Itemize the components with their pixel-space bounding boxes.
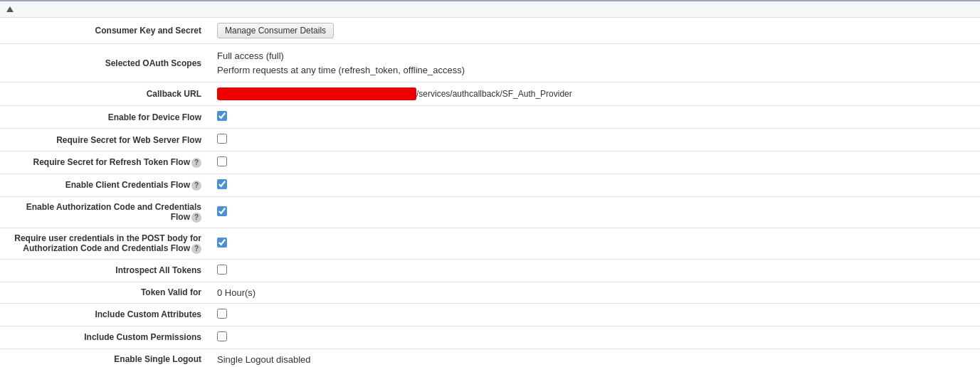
text-value-enable-single-logout: Single Logout disabled — [217, 354, 311, 365]
value-include-custom-permissions — [210, 326, 980, 349]
value-require-user-credentials — [210, 228, 980, 259]
label-enable-device-flow: Enable for Device Flow — [0, 106, 210, 129]
text-value-token-valid-for: 0 Hour(s) — [217, 287, 255, 298]
checkbox-enable-auth-code[interactable] — [217, 206, 227, 216]
manage-consumer-details-button[interactable]: Manage Consumer Details — [217, 23, 334, 38]
table-row: Enable Single LogoutSingle Logout disabl… — [0, 349, 980, 367]
label-introspect-all-tokens: Introspect All Tokens — [0, 259, 210, 282]
value-enable-device-flow — [210, 106, 980, 129]
section-header — [0, 0, 980, 18]
table-row: Require user credentials in the POST bod… — [0, 228, 980, 259]
help-icon[interactable]: ? — [191, 181, 201, 191]
value-require-secret-refresh-token — [210, 151, 980, 174]
url-redacted-block — [217, 87, 416, 100]
table-row: Enable Authorization Code and Credential… — [0, 197, 980, 228]
label-require-secret-web-server: Require Secret for Web Server Flow — [0, 129, 210, 151]
help-icon[interactable]: ? — [191, 244, 201, 254]
value-consumer-key-secret: Manage Consumer Details — [210, 18, 980, 44]
label-selected-oauth-scopes: Selected OAuth Scopes — [0, 44, 210, 83]
value-selected-oauth-scopes: Full access (full)Perform requests at an… — [210, 44, 980, 83]
table-row: Include Custom Attributes — [0, 303, 980, 326]
label-callback-url: Callback URL — [0, 83, 210, 106]
label-include-custom-attributes: Include Custom Attributes — [0, 303, 210, 326]
scope-line: Full access (full) — [217, 49, 973, 63]
help-icon[interactable]: ? — [191, 213, 201, 223]
checkbox-require-secret-web-server[interactable] — [217, 134, 227, 144]
label-enable-auth-code: Enable Authorization Code and Credential… — [0, 197, 210, 228]
value-callback-url: /services/authcallback/SF_Auth_Provider — [210, 83, 980, 106]
value-introspect-all-tokens — [210, 259, 980, 282]
table-row: Include Custom Permissions — [0, 326, 980, 349]
label-enable-client-credentials: Enable Client Credentials Flow? — [0, 174, 210, 197]
help-icon[interactable]: ? — [191, 158, 201, 168]
checkbox-require-secret-refresh-token[interactable] — [217, 156, 227, 166]
checkbox-require-user-credentials[interactable] — [217, 238, 227, 248]
collapse-triangle[interactable] — [6, 6, 14, 12]
settings-table: Consumer Key and SecretManage Consumer D… — [0, 18, 980, 367]
table-row: Introspect All Tokens — [0, 259, 980, 282]
value-token-valid-for: 0 Hour(s) — [210, 282, 980, 303]
scope-line: Perform requests at any time (refresh_to… — [217, 63, 973, 78]
label-enable-single-logout: Enable Single Logout — [0, 349, 210, 367]
table-row: Consumer Key and SecretManage Consumer D… — [0, 18, 980, 44]
table-row: Require Secret for Refresh Token Flow? — [0, 151, 980, 174]
table-row: Enable Client Credentials Flow? — [0, 174, 980, 197]
label-include-custom-permissions: Include Custom Permissions — [0, 326, 210, 349]
value-enable-client-credentials — [210, 174, 980, 197]
table-row: Selected OAuth ScopesFull access (full)P… — [0, 44, 980, 83]
value-require-secret-web-server — [210, 129, 980, 151]
label-require-user-credentials: Require user credentials in the POST bod… — [0, 228, 210, 259]
checkbox-include-custom-attributes[interactable] — [217, 309, 227, 319]
table-row: Enable for Device Flow — [0, 106, 980, 129]
checkbox-include-custom-permissions[interactable] — [217, 331, 227, 341]
label-require-secret-refresh-token: Require Secret for Refresh Token Flow? — [0, 151, 210, 174]
label-token-valid-for: Token Valid for — [0, 282, 210, 303]
label-consumer-key-secret: Consumer Key and Secret — [0, 18, 210, 44]
url-suffix: /services/authcallback/SF_Auth_Provider — [416, 89, 572, 99]
callback-url-container: /services/authcallback/SF_Auth_Provider — [217, 87, 973, 100]
table-row: Require Secret for Web Server Flow — [0, 129, 980, 151]
table-row: Token Valid for0 Hour(s) — [0, 282, 980, 303]
value-include-custom-attributes — [210, 303, 980, 326]
table-row: Callback URL/services/authcallback/SF_Au… — [0, 83, 980, 106]
value-enable-auth-code — [210, 197, 980, 228]
value-enable-single-logout: Single Logout disabled — [210, 349, 980, 367]
checkbox-enable-client-credentials[interactable] — [217, 179, 227, 189]
checkbox-introspect-all-tokens[interactable] — [217, 265, 227, 275]
checkbox-enable-device-flow[interactable] — [217, 111, 227, 121]
